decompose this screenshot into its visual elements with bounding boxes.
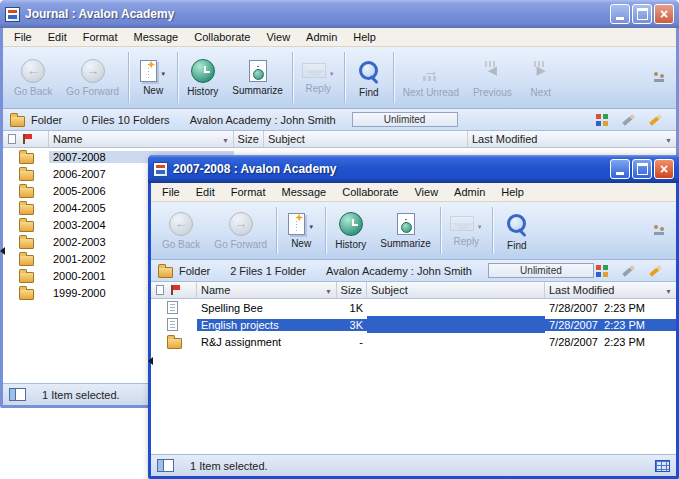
- titlebar[interactable]: 2007-2008 : Avalon Academy: [148, 155, 679, 183]
- toolbar: Go Back Go Forward New History: [151, 202, 676, 260]
- menu-edit[interactable]: Edit: [188, 186, 223, 198]
- go-forward-icon: [229, 212, 253, 236]
- flag-column-icon[interactable]: [171, 285, 173, 295]
- toolbar-separator: [440, 207, 441, 254]
- reply-button[interactable]: Reply: [443, 213, 490, 249]
- view-options-icon[interactable]: [596, 114, 601, 119]
- column-subject[interactable]: Subject: [367, 282, 545, 298]
- file-icon: [167, 318, 178, 331]
- column-modified[interactable]: Last Modified: [545, 282, 676, 298]
- minimize-button[interactable]: [610, 159, 630, 179]
- info-bar: Folder 0 Files 10 Folders Avalon Academy…: [3, 109, 676, 131]
- pane-collapse-arrow[interactable]: [0, 247, 5, 255]
- go-forward-button[interactable]: Go Forward: [207, 210, 274, 252]
- toolbar-label: New: [143, 85, 163, 96]
- table-row-selected[interactable]: English projects 3K 7/28/2007 2:23 PM: [151, 316, 676, 333]
- view-options-icon[interactable]: [596, 265, 601, 270]
- summarize-icon: [397, 213, 415, 235]
- sort-indicator-icon: [325, 284, 332, 296]
- next-button[interactable]: Next: [519, 56, 563, 100]
- menu-collaborate[interactable]: Collaborate: [186, 31, 258, 43]
- toolbar-separator: [325, 207, 326, 254]
- item-type-column-icon[interactable]: [8, 134, 16, 144]
- item-type-column-icon[interactable]: [156, 285, 164, 295]
- toolbar-separator: [177, 52, 178, 103]
- menu-format[interactable]: Format: [75, 31, 126, 43]
- menu-help[interactable]: Help: [345, 31, 384, 43]
- go-forward-icon: [81, 59, 105, 83]
- go-back-button[interactable]: Go Back: [155, 210, 207, 252]
- column-name-label: Name: [53, 133, 82, 145]
- toolbar-label: Next: [531, 87, 552, 98]
- column-size[interactable]: Size: [234, 131, 264, 147]
- next-unread-button[interactable]: Next Unread: [396, 56, 466, 100]
- close-button[interactable]: [654, 159, 674, 179]
- menu-view[interactable]: View: [406, 186, 446, 198]
- pencil-icon[interactable]: [622, 265, 635, 276]
- menu-help[interactable]: Help: [493, 186, 532, 198]
- table-view-icon[interactable]: [655, 460, 670, 472]
- menu-admin[interactable]: Admin: [446, 186, 493, 198]
- column-size-label: Size: [341, 284, 362, 296]
- minimize-button[interactable]: [610, 4, 630, 24]
- new-button[interactable]: New: [131, 58, 175, 98]
- summarize-button[interactable]: Summarize: [225, 58, 290, 98]
- toolbar-label: Summarize: [380, 238, 431, 249]
- go-back-button[interactable]: Go Back: [7, 57, 59, 99]
- column-modified[interactable]: Last Modified: [468, 131, 676, 147]
- connection-icon[interactable]: [652, 71, 666, 85]
- previous-button[interactable]: Previous: [466, 56, 519, 100]
- status-text: 1 Item selected.: [190, 460, 268, 472]
- menu-file[interactable]: File: [154, 186, 188, 198]
- column-modified-label: Last Modified: [472, 133, 537, 145]
- toolbar-label: Go Forward: [66, 86, 119, 97]
- column-options-icon[interactable]: [665, 284, 672, 296]
- go-forward-button[interactable]: Go Forward: [59, 57, 126, 99]
- pen-icon[interactable]: [649, 265, 662, 276]
- find-button[interactable]: Find: [347, 56, 391, 100]
- menu-format[interactable]: Format: [223, 186, 274, 198]
- column-size[interactable]: Size: [337, 282, 367, 298]
- connection-icon[interactable]: [652, 224, 666, 238]
- reply-button[interactable]: Reply: [295, 60, 342, 96]
- menu-file[interactable]: File: [6, 31, 40, 43]
- column-name[interactable]: Name: [49, 131, 234, 147]
- pencil-icon[interactable]: [622, 114, 635, 125]
- item-counts-label: 2 Files 1 Folder: [230, 265, 306, 277]
- container-type-label: Folder: [179, 265, 210, 277]
- table-row[interactable]: R&J assignment - 7/28/2007 2:23 PM: [151, 333, 676, 350]
- history-button[interactable]: History: [180, 57, 225, 99]
- maximize-button[interactable]: [632, 159, 652, 179]
- window-title: 2007-2008 : Avalon Academy: [173, 162, 605, 176]
- maximize-button[interactable]: [632, 4, 652, 24]
- pane-collapse-arrow[interactable]: [148, 357, 153, 365]
- menu-admin[interactable]: Admin: [298, 31, 345, 43]
- menu-message[interactable]: Message: [274, 186, 335, 198]
- column-size-label: Size: [238, 133, 259, 145]
- table-row[interactable]: Spelling Bee 1K 7/28/2007 2:23 PM: [151, 299, 676, 316]
- chevron-down-icon[interactable]: [308, 215, 314, 233]
- column-name[interactable]: Name: [197, 282, 337, 298]
- menu-edit[interactable]: Edit: [40, 31, 75, 43]
- summarize-button[interactable]: Summarize: [373, 211, 438, 251]
- split-view-icon[interactable]: [157, 459, 174, 472]
- close-button[interactable]: [654, 4, 674, 24]
- menu-collaborate[interactable]: Collaborate: [334, 186, 406, 198]
- history-button[interactable]: History: [328, 210, 373, 252]
- menu-view[interactable]: View: [258, 31, 298, 43]
- column-name-label: Name: [201, 284, 230, 296]
- new-button[interactable]: New: [279, 211, 323, 251]
- pen-icon[interactable]: [649, 114, 662, 125]
- menu-message[interactable]: Message: [126, 31, 187, 43]
- column-options-icon[interactable]: [665, 133, 672, 145]
- chevron-down-icon[interactable]: [160, 62, 166, 80]
- toolbar-separator: [393, 52, 394, 103]
- find-button[interactable]: Find: [495, 209, 539, 253]
- chevron-down-icon[interactable]: [329, 62, 335, 80]
- titlebar[interactable]: Journal : Avalon Academy: [0, 0, 679, 28]
- flag-column-icon[interactable]: [23, 134, 25, 144]
- split-view-icon[interactable]: [9, 388, 26, 401]
- chevron-down-icon[interactable]: [477, 215, 483, 233]
- toolbar-separator: [128, 52, 129, 103]
- column-subject[interactable]: Subject: [264, 131, 468, 147]
